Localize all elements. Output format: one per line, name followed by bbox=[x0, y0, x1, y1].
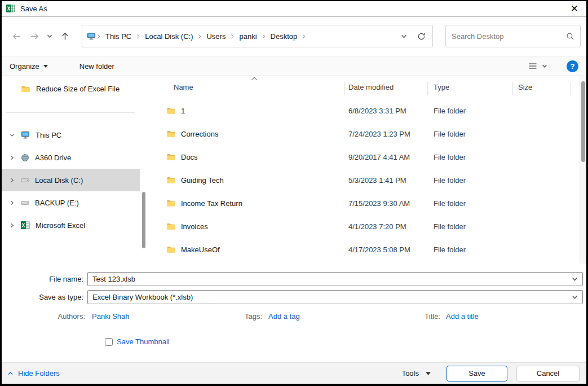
breadcrumb-segment[interactable]: Users bbox=[202, 32, 229, 41]
content-area: Reduce Size of Excel File This PC bbox=[2, 76, 586, 264]
chevron-down-icon[interactable] bbox=[567, 276, 578, 282]
save-as-type-label: Save as type: bbox=[2, 293, 83, 301]
breadcrumb-segment[interactable]: Local Disk (C:) bbox=[141, 32, 197, 41]
file-rows: 1 6/8/2023 3:31 PM File folder Correctio… bbox=[148, 99, 580, 261]
file-row[interactable]: Corrections 7/24/2023 1:23 PM File folde… bbox=[148, 122, 580, 145]
drive-icon bbox=[21, 199, 29, 207]
sidebar-item-this-pc[interactable]: This PC bbox=[2, 124, 140, 146]
sidebar-item-local-disk-c[interactable]: Local Disk (C:) bbox=[2, 169, 140, 191]
chevron-right-icon[interactable] bbox=[7, 155, 16, 160]
sidebar-item-microsoft-excel[interactable]: Microsoft Excel bbox=[2, 214, 140, 236]
file-list-scrollbar[interactable] bbox=[580, 76, 586, 264]
organize-label: Organize bbox=[10, 62, 39, 71]
hide-folders-button[interactable]: Hide Folders bbox=[7, 369, 60, 378]
file-row[interactable]: Docs 9/20/2017 4:41 AM File folder bbox=[148, 145, 580, 168]
new-folder-button[interactable]: New folder bbox=[79, 62, 114, 71]
list-view-icon bbox=[528, 62, 537, 71]
chevron-down-icon[interactable] bbox=[7, 133, 16, 138]
address-bar[interactable]: This PC Local Disk (C:) Users panki Desk… bbox=[82, 25, 433, 47]
file-row[interactable]: 1 6/8/2023 3:31 PM File folder bbox=[148, 99, 580, 122]
scrollbar-thumb[interactable] bbox=[581, 81, 585, 162]
search-box[interactable] bbox=[445, 25, 581, 47]
organize-button[interactable]: Organize bbox=[10, 62, 48, 71]
save-thumbnail-label[interactable]: Save Thumbnail bbox=[117, 337, 170, 346]
sidebar-scrollbar[interactable] bbox=[142, 192, 145, 248]
column-headers: Name Date modified Type Size bbox=[148, 81, 580, 95]
recent-locations-chevron-icon[interactable] bbox=[43, 27, 56, 45]
chevron-right-icon[interactable] bbox=[7, 178, 16, 183]
file-type: File folder bbox=[434, 152, 466, 161]
breadcrumb-separator-icon bbox=[96, 34, 101, 39]
sort-ascending-icon[interactable] bbox=[251, 77, 258, 81]
file-type: File folder bbox=[434, 199, 466, 207]
breadcrumb-segment[interactable]: Desktop bbox=[267, 32, 302, 41]
column-header-name[interactable]: Name bbox=[174, 83, 193, 91]
add-title-link[interactable]: Add a title bbox=[446, 312, 479, 321]
sidebar-item-label: Reduce Size of Excel File bbox=[36, 85, 120, 93]
column-separator[interactable] bbox=[427, 82, 428, 95]
breadcrumb-separator-icon bbox=[197, 34, 202, 39]
save-button[interactable]: Save bbox=[446, 366, 507, 381]
dropdown-triangle-icon bbox=[43, 65, 48, 68]
save-as-type-select[interactable]: Excel Binary Workbook (*.xlsb) bbox=[87, 290, 583, 304]
authors-label: Authors: bbox=[2, 312, 85, 321]
title-bar: Save As ✕ bbox=[2, 1, 586, 16]
sidebar-item-a360-drive[interactable]: A360 Drive bbox=[2, 146, 140, 169]
chevron-right-icon[interactable] bbox=[7, 223, 16, 228]
chevron-down-icon bbox=[542, 63, 547, 69]
column-separator[interactable] bbox=[344, 82, 345, 95]
refresh-icon[interactable] bbox=[417, 32, 426, 41]
file-row[interactable]: MakeUseOf 4/17/2023 5:08 PM File folder bbox=[148, 238, 580, 261]
breadcrumb-segment[interactable]: This PC bbox=[101, 32, 135, 41]
sidebar-item-backup-e[interactable]: BACKUP (E:) bbox=[2, 191, 140, 214]
column-separator[interactable] bbox=[512, 82, 513, 95]
save-form: File name: Save as type: Excel Binary Wo… bbox=[2, 264, 586, 362]
authors-value[interactable]: Panki Shah bbox=[92, 312, 130, 321]
navigation-bar: This PC Local Disk (C:) Users panki Desk… bbox=[2, 16, 586, 56]
breadcrumb-segment[interactable]: panki bbox=[235, 32, 260, 41]
column-header-type[interactable]: Type bbox=[434, 83, 449, 91]
file-name-combo[interactable] bbox=[87, 272, 583, 286]
back-icon[interactable] bbox=[7, 27, 25, 45]
sidebar-item-label: BACKUP (E:) bbox=[35, 199, 79, 207]
hide-folders-label: Hide Folders bbox=[18, 369, 60, 378]
column-separator[interactable] bbox=[570, 82, 571, 95]
file-name: Docs bbox=[181, 152, 198, 161]
tools-label: Tools bbox=[402, 369, 419, 378]
save-thumbnail-option: Save Thumbnail bbox=[105, 337, 170, 346]
command-toolbar: Organize New folder ? bbox=[2, 56, 586, 76]
address-dropdown-chevron-icon[interactable] bbox=[401, 33, 407, 40]
footer-bar: Hide Folders Tools Save Cancel bbox=[2, 362, 586, 384]
file-name-label: File name: bbox=[2, 275, 83, 283]
file-row[interactable]: Invoices 4/1/2023 7:20 PM File folder bbox=[148, 214, 580, 238]
file-date: 6/8/2023 3:31 PM bbox=[348, 106, 406, 115]
column-header-date-modified[interactable]: Date modified bbox=[348, 83, 394, 91]
pc-icon bbox=[87, 32, 96, 41]
title-label: Title: bbox=[396, 312, 440, 321]
file-type: File folder bbox=[434, 176, 466, 184]
search-input[interactable] bbox=[452, 32, 566, 41]
column-header-size[interactable]: Size bbox=[518, 83, 532, 91]
cancel-button[interactable]: Cancel bbox=[516, 366, 580, 381]
chevron-down-icon[interactable] bbox=[567, 294, 578, 300]
folder-icon bbox=[166, 199, 176, 207]
view-mode-button[interactable] bbox=[528, 62, 547, 71]
file-name: Invoices bbox=[181, 222, 208, 230]
forward-icon[interactable] bbox=[25, 27, 43, 45]
sidebar-divider bbox=[6, 112, 135, 113]
file-name: Income Tax Return bbox=[181, 199, 242, 207]
help-button[interactable]: ? bbox=[567, 60, 578, 72]
file-name-input[interactable] bbox=[92, 275, 567, 283]
add-tag-link[interactable]: Add a tag bbox=[268, 312, 300, 321]
sidebar-item-label: This PC bbox=[36, 131, 61, 139]
sidebar-item-reduce-size[interactable]: Reduce Size of Excel File bbox=[2, 77, 140, 100]
search-icon[interactable] bbox=[566, 32, 574, 41]
file-row[interactable]: Guiding Tech 5/3/2023 1:41 PM File folde… bbox=[148, 168, 580, 191]
chevron-right-icon[interactable] bbox=[7, 200, 16, 205]
tools-button[interactable]: Tools bbox=[402, 369, 431, 378]
up-icon[interactable] bbox=[56, 27, 74, 45]
save-thumbnail-checkbox[interactable] bbox=[105, 338, 113, 346]
file-row[interactable]: Income Tax Return 7/15/2023 9:30 AM File… bbox=[148, 191, 580, 214]
file-type: File folder bbox=[434, 129, 466, 138]
close-icon[interactable]: ✕ bbox=[567, 4, 582, 14]
